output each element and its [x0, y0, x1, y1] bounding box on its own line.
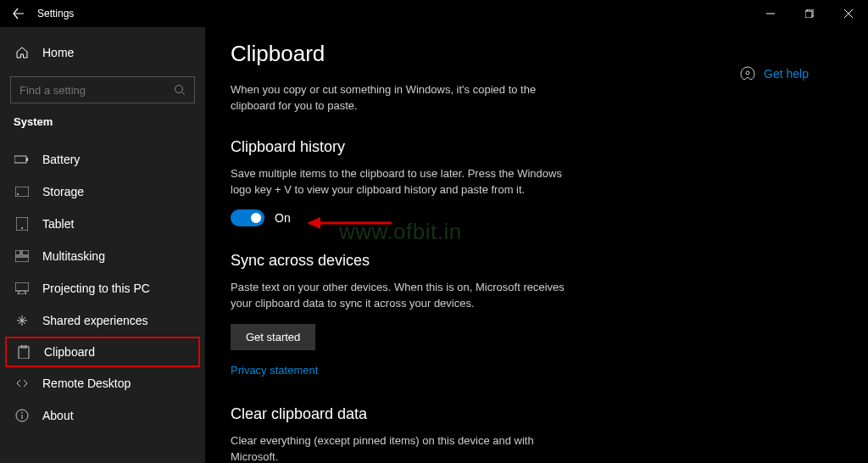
maximize-button[interactable] [790, 0, 829, 27]
shared-icon [14, 314, 31, 327]
history-toggle-row: On [231, 209, 834, 226]
sidebar-item-storage[interactable]: Storage [0, 176, 205, 208]
storage-icon [14, 187, 31, 197]
sidebar-section-label: System [0, 115, 205, 128]
back-button[interactable] [12, 7, 25, 20]
battery-icon [14, 154, 31, 165]
search-box[interactable] [10, 76, 195, 103]
sidebar-item-label: Projecting to this PC [42, 282, 150, 295]
sidebar: Home System Battery Storage [0, 27, 205, 463]
clear-heading: Clear clipboard data [231, 405, 834, 423]
nav-list: Battery Storage Tablet Multitasking [0, 143, 205, 432]
sync-desc: Paste text on your other devices. When t… [231, 280, 578, 312]
minimize-icon [766, 9, 775, 18]
sidebar-item-clipboard[interactable]: Clipboard [5, 337, 200, 367]
sidebar-item-battery[interactable]: Battery [0, 143, 205, 176]
get-help-link[interactable]: Get help [764, 67, 809, 81]
minimize-button[interactable] [751, 0, 790, 27]
svg-rect-12 [15, 250, 20, 255]
svg-point-11 [21, 227, 23, 229]
clear-desc: Clear everything (except pinned items) o… [231, 433, 578, 463]
window-title: Settings [37, 8, 74, 20]
sidebar-item-label: Battery [42, 153, 80, 166]
arrow-left-icon [13, 8, 25, 20]
svg-rect-15 [15, 282, 29, 291]
content-area: Clipboard When you copy or cut something… [205, 27, 868, 463]
toggle-knob [251, 213, 261, 223]
page-title: Clipboard [231, 41, 834, 67]
window-controls [751, 0, 868, 27]
annotation-arrow [307, 216, 392, 230]
tablet-icon [14, 217, 31, 231]
sidebar-item-shared[interactable]: Shared experiences [0, 304, 205, 337]
toggle-state-label: On [275, 211, 291, 225]
svg-rect-7 [26, 158, 28, 161]
svg-rect-6 [14, 156, 26, 163]
sidebar-item-remote[interactable]: Remote Desktop [0, 367, 205, 399]
svg-point-4 [175, 86, 183, 93]
sync-heading: Sync across devices [231, 252, 834, 270]
svg-point-23 [746, 71, 749, 75]
projecting-icon [14, 282, 31, 294]
get-started-button[interactable]: Get started [231, 324, 315, 350]
titlebar: Settings [0, 0, 868, 27]
svg-rect-14 [15, 257, 29, 262]
svg-rect-1 [805, 11, 812, 18]
maximize-icon [805, 9, 814, 18]
intro-text: When you copy or cut something in Window… [231, 82, 570, 114]
sidebar-item-label: Tablet [42, 217, 74, 231]
remote-icon [14, 377, 31, 390]
history-toggle[interactable] [231, 209, 264, 226]
sidebar-item-label: Storage [42, 185, 84, 198]
search-icon [174, 84, 186, 96]
svg-rect-8 [15, 187, 29, 197]
home-icon [14, 46, 31, 59]
search-input[interactable] [19, 84, 174, 97]
sidebar-item-projecting[interactable]: Projecting to this PC [0, 272, 205, 304]
svg-rect-16 [19, 347, 29, 359]
sidebar-item-label: Shared experiences [42, 314, 148, 327]
sidebar-item-label: Clipboard [44, 345, 95, 359]
multitasking-icon [14, 250, 31, 262]
sidebar-item-label: Multitasking [42, 249, 105, 263]
svg-point-9 [17, 193, 19, 195]
home-label: Home [42, 46, 74, 59]
help-panel: Get help [740, 66, 809, 81]
home-nav[interactable]: Home [0, 39, 205, 66]
about-icon [14, 409, 31, 422]
sidebar-item-about[interactable]: About [0, 399, 205, 432]
svg-marker-22 [307, 217, 320, 229]
sidebar-item-label: Remote Desktop [42, 377, 131, 390]
svg-rect-13 [22, 250, 29, 255]
clipboard-icon [15, 345, 32, 359]
sidebar-item-multitasking[interactable]: Multitasking [0, 240, 205, 272]
svg-point-20 [21, 412, 23, 414]
help-icon [740, 66, 755, 81]
history-heading: Clipboard history [231, 138, 834, 156]
history-desc: Save multiple items to the clipboard to … [231, 166, 578, 198]
privacy-link[interactable]: Privacy statement [231, 364, 318, 377]
close-button[interactable] [829, 0, 868, 27]
close-icon [844, 9, 853, 18]
sidebar-item-label: About [42, 409, 74, 422]
svg-line-5 [182, 92, 186, 96]
sidebar-item-tablet[interactable]: Tablet [0, 208, 205, 240]
